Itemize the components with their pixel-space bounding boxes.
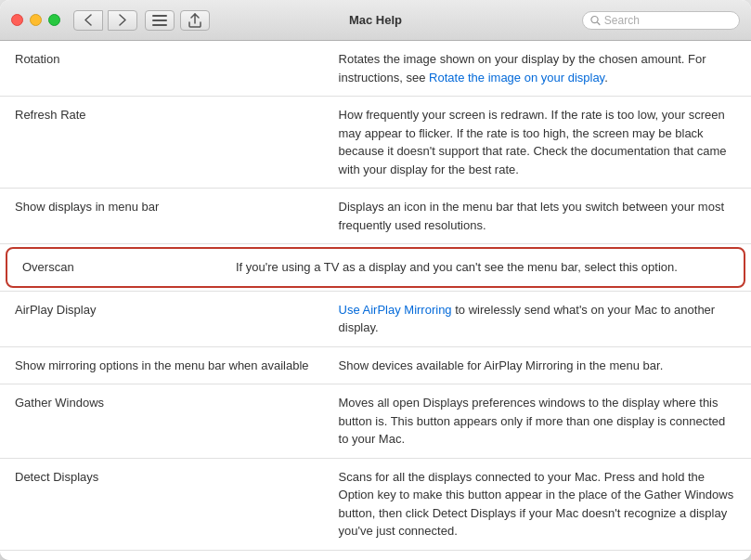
term-cell: Refresh Rate [0, 97, 324, 189]
svg-point-3 [591, 16, 598, 22]
table-row-overscan: Overscan If you're using a TV as a displ… [0, 244, 751, 292]
minimize-button[interactable] [30, 14, 42, 26]
traffic-lights [11, 14, 60, 26]
definition-cell: Rotates the image shown on your display … [324, 41, 751, 97]
definition-cell: How frequently your screen is redrawn. I… [324, 97, 751, 189]
svg-rect-1 [152, 20, 167, 21]
content-area: Rotation Rotates the image shown on your… [0, 41, 751, 560]
nav-buttons [73, 10, 137, 31]
close-button[interactable] [11, 14, 23, 26]
svg-rect-2 [152, 24, 167, 26]
term-cell: AirPlay Display [0, 291, 324, 346]
forward-button[interactable] [108, 10, 137, 31]
table-row: AirPlay Display Use AirPlay Mirroring to… [0, 291, 751, 346]
table-row: Detect Displays Scans for all the displa… [0, 458, 751, 550]
term-cell: Gather Windows [0, 384, 324, 459]
help-table: Rotation Rotates the image shown on your… [0, 41, 751, 551]
definition-cell: Moves all open Displays preferences wind… [324, 384, 751, 459]
term-cell: Rotation [0, 41, 324, 97]
search-icon [590, 15, 601, 26]
overscan-term: Overscan [7, 249, 221, 286]
toc-button[interactable] [145, 10, 175, 31]
svg-line-4 [598, 22, 600, 24]
definition-cell: Show devices available for AirPlay Mirro… [324, 346, 751, 384]
table-row: Show mirroring options in the menu bar w… [0, 346, 751, 384]
airplay-link[interactable]: Use AirPlay Mirroring [339, 303, 452, 317]
back-button[interactable] [73, 10, 103, 31]
term-cell: Show displays in menu bar [0, 189, 324, 244]
definition-cell: Displays an icon in the menu bar that le… [324, 189, 751, 244]
search-bar[interactable] [582, 11, 740, 30]
term-cell: Show mirroring options in the menu bar w… [0, 346, 324, 384]
definition-cell: Use AirPlay Mirroring to wirelessly send… [324, 291, 751, 346]
term-cell: Detect Displays [0, 458, 324, 550]
overscan-definition: If you're using a TV as a display and yo… [221, 249, 693, 286]
definition-cell: Scans for all the displays connected to … [324, 458, 751, 550]
rotation-link[interactable]: Rotate the image on your display [429, 71, 604, 85]
window-title: Mac Help [349, 13, 402, 27]
search-input[interactable] [604, 14, 732, 27]
table-row: Rotation Rotates the image shown on your… [0, 41, 751, 97]
table-row: Refresh Rate How frequently your screen … [0, 97, 751, 189]
table-row: Gather Windows Moves all open Displays p… [0, 384, 751, 459]
svg-rect-0 [152, 15, 167, 17]
title-bar: Mac Help [0, 0, 751, 41]
mac-help-window: Mac Help Rotation Rotates the image show… [0, 0, 751, 560]
definition-after: . [604, 71, 608, 85]
table-row: Show displays in menu bar Displays an ic… [0, 189, 751, 244]
share-button[interactable] [180, 10, 210, 31]
maximize-button[interactable] [48, 14, 60, 26]
